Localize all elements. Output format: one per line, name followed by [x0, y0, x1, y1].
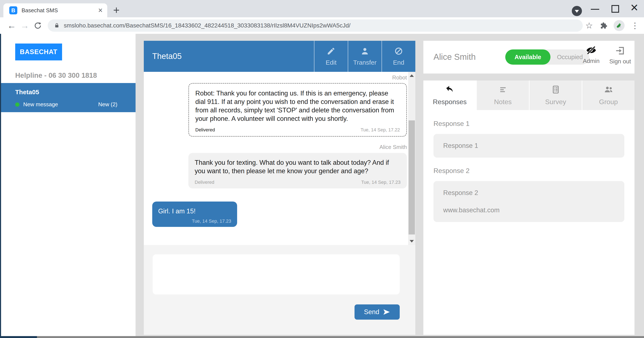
sidebar: BASECHAT Helpline - 06 30 300 1818 Theta… — [1, 34, 136, 336]
responses-content: Response 1 Response 1 Response 2 Respons… — [423, 110, 634, 335]
message-input[interactable] — [153, 254, 400, 294]
end-button[interactable]: End — [382, 41, 415, 72]
tab-survey[interactable]: Survey — [529, 81, 582, 110]
window-maximize-button[interactable] — [612, 5, 619, 13]
sign-out-label: Sign out — [609, 58, 631, 65]
message-text: Girl. I am 15! — [158, 207, 231, 215]
send-button[interactable]: Send — [354, 304, 400, 320]
chat-header: Theta05 Edit Transfer End — [144, 41, 415, 72]
browser-toolbar: ← → smsloho.basechat.com/BasechatSMS/16_… — [0, 17, 644, 34]
message-bubble-agent: Thank you for texting. What do you want … — [188, 153, 407, 188]
new-tab-button[interactable]: + — [113, 4, 120, 17]
sign-out-button[interactable]: Sign out — [605, 46, 635, 65]
profile-avatar[interactable] — [614, 20, 624, 31]
message-time: Tue, 14 Sep, 17.22 — [361, 127, 400, 133]
response-label: Response 2 — [434, 167, 634, 175]
message-time: Tue, 14 Sep, 17.23 — [361, 180, 400, 185]
tab-group[interactable]: Group — [582, 81, 634, 110]
window-close-button[interactable]: ✕ — [630, 2, 638, 14]
horizontal-scrollbar-thumb[interactable] — [0, 336, 37, 338]
tab-label: Group — [599, 98, 618, 106]
helpline-label: Helpline - 06 30 300 1818 — [15, 71, 136, 79]
eye-off-icon — [586, 46, 597, 55]
tab-close-icon[interactable]: × — [98, 7, 102, 14]
basechat-logo: BASECHAT — [15, 44, 62, 60]
reload-button[interactable] — [31, 22, 44, 30]
agent-header-card: Alice Smith Available Occupied Admin — [423, 41, 634, 74]
message-bubble-robot: Robot: Thank you for contacting us. If t… — [188, 83, 407, 137]
chat-panel: Theta05 Edit Transfer End — [144, 41, 415, 335]
media-controls-button[interactable] — [572, 6, 582, 16]
reply-arrow-icon — [444, 84, 455, 95]
scrollbar-thumb[interactable] — [408, 120, 415, 234]
conversation-name: Theta05 — [15, 89, 136, 96]
send-label: Send — [364, 308, 379, 316]
message-bubble-client: Girl. I am 15! Tue, 14 Sep, 17.23 — [152, 202, 237, 227]
agent-name: Alice Smith — [434, 52, 476, 62]
message-text: Thank you for texting. What do you want … — [195, 158, 400, 175]
browser-menu-icon[interactable]: ⋮ — [631, 21, 639, 30]
tab-label: Notes — [494, 98, 512, 106]
chat-scrollbar[interactable] — [408, 72, 415, 245]
scroll-up-arrow-icon[interactable] — [410, 74, 414, 77]
browser-titlebar: B Basechat SMS × + ✕ — [0, 0, 644, 17]
back-button[interactable]: ← — [5, 21, 18, 31]
browser-tab[interactable]: B Basechat SMS × — [4, 4, 107, 17]
response-item[interactable]: Response 2 www.basechat.com — [434, 181, 624, 222]
conversation-status: New message — [23, 101, 58, 108]
edit-label: Edit — [326, 59, 336, 66]
address-bar[interactable]: smsloho.basechat.com/BasechatSMS/16_1843… — [48, 20, 583, 32]
pencil-icon — [327, 47, 336, 56]
lock-icon — [54, 23, 60, 29]
tab-title: Basechat SMS — [22, 7, 98, 14]
delivery-status: Delivered — [195, 180, 214, 185]
scroll-down-arrow-icon[interactable] — [410, 240, 414, 242]
person-icon — [360, 47, 369, 56]
caret-down-icon — [575, 10, 579, 13]
response-label: Response 1 — [434, 120, 634, 128]
notes-lines-icon — [498, 85, 508, 94]
response-text: Response 2 — [443, 189, 618, 197]
sign-out-icon — [615, 46, 625, 56]
conversation-list-item[interactable]: Theta05 New message New (2) — [1, 83, 136, 112]
window-minimize-button[interactable] — [591, 9, 599, 10]
bookmark-star-icon[interactable]: ☆ — [585, 21, 593, 31]
message-text: Robot: Thank you for contacting us. If t… — [195, 89, 400, 123]
tab-label: Survey — [545, 98, 566, 106]
agent-panel: Alice Smith Available Occupied Admin — [423, 41, 634, 335]
tab-responses[interactable]: Responses — [423, 81, 476, 110]
url-text[interactable]: smsloho.basechat.com/BasechatSMS/16_1843… — [64, 22, 350, 29]
app-page: BASECHAT Helpline - 06 30 300 1818 Theta… — [0, 34, 644, 338]
survey-list-icon — [551, 85, 560, 94]
end-label: End — [393, 59, 404, 66]
forward-button[interactable]: → — [18, 21, 31, 31]
transfer-label: Transfer — [353, 59, 377, 66]
group-people-icon — [604, 85, 614, 94]
tab-notes[interactable]: Notes — [476, 81, 529, 110]
online-dot-icon — [15, 103, 20, 107]
delivery-status: Delivered — [195, 127, 215, 133]
message-time: Tue, 14 Sep, 17.23 — [158, 218, 231, 224]
transfer-button[interactable]: Transfer — [348, 41, 382, 72]
response-item[interactable]: Response 1 — [434, 134, 624, 158]
response-link: www.basechat.com — [443, 206, 618, 214]
page-horizontal-scrollbar[interactable] — [0, 336, 644, 338]
end-circle-icon — [394, 47, 403, 56]
admin-label: Admin — [583, 58, 600, 65]
compose-area: Send — [144, 245, 415, 335]
avatar-image — [615, 21, 623, 30]
extensions-puzzle-icon[interactable] — [599, 22, 607, 30]
panel-tabs: Responses Notes Survey — [423, 81, 634, 110]
sender-label: Robot — [152, 74, 407, 81]
sender-label: Alice Smith — [152, 144, 407, 150]
new-count-badge: New (2) — [98, 101, 118, 108]
send-arrow-icon — [383, 308, 390, 315]
tab-label: Responses — [433, 98, 467, 106]
chat-title: Theta05 — [152, 52, 314, 61]
available-option[interactable]: Available — [505, 50, 550, 65]
edit-button[interactable]: Edit — [314, 41, 348, 72]
reload-icon — [34, 22, 42, 30]
favicon-icon: B — [9, 6, 17, 14]
admin-button[interactable]: Admin — [576, 46, 606, 65]
message-list: Robot Robot: Thank you for contacting us… — [144, 72, 415, 245]
